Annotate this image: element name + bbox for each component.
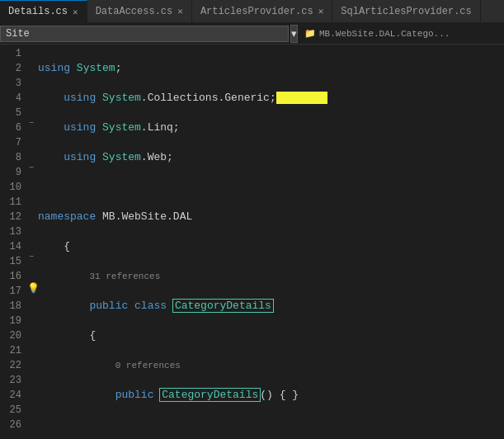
code-line-7: { [38, 239, 504, 254]
code-line-4: using System.Web; [38, 150, 504, 165]
tab-dataaccess-label: DataAccess.cs [96, 6, 173, 17]
collapse-icon-namespace[interactable]: − [26, 119, 36, 128]
tab-articlesprovider-label: ArticlesProvider.cs [200, 6, 313, 17]
tab-dataaccess[interactable]: DataAccess.cs ✕ [87, 0, 192, 23]
tab-bar: Details.cs ✕ DataAccess.cs ✕ ArticlesPro… [0, 0, 504, 23]
tab-sqlarticles-label: SqlArticlesProvider.cs [341, 6, 471, 17]
tab-sqlarticles[interactable]: SqlArticlesProvider.cs [332, 0, 480, 23]
code-line-6: namespace MB.WebSite.DAL [38, 210, 504, 224]
code-line-3: using System.Linq; [38, 120, 504, 135]
tab-articlesprovider[interactable]: ArticlesProvider.cs ✕ [192, 0, 332, 23]
code-line-1: using System; [38, 61, 504, 76]
collapse-icon-class[interactable]: − [26, 163, 36, 172]
folder-icon: 📁 [304, 28, 316, 39]
collapse-icon-constructor[interactable]: − [26, 253, 36, 262]
close-icon[interactable]: ✕ [318, 6, 324, 17]
tab-details-label: Details.cs [8, 6, 68, 17]
code-line-11: 0 references [38, 358, 504, 373]
code-editor[interactable]: using System; using System.Collections.G… [38, 45, 504, 439]
search-input[interactable] [0, 26, 289, 42]
code-line-9: public class CategoryDetails [38, 299, 504, 314]
code-area: 1 2 3 4 5 6 7 8 9 10 11 12 13 14 15 16 1… [0, 45, 504, 439]
nav-path: MB.WebSite.DAL.Catego... [319, 29, 450, 39]
close-icon[interactable]: ✕ [177, 6, 183, 17]
line-numbers: 1 2 3 4 5 6 7 8 9 10 11 12 13 14 15 16 1… [0, 45, 26, 439]
gutter: − − − 💡 [26, 45, 38, 439]
lightbulb-icon[interactable]: 💡 [27, 282, 40, 295]
search-dropdown-button[interactable]: ▾ [290, 25, 298, 43]
code-line-12: public CategoryDetails() { } [38, 388, 504, 403]
nav-label: 📁 MB.WebSite.DAL.Catego... [304, 28, 450, 39]
code-line-10: { [38, 328, 504, 343]
search-bar: ▾ 📁 MB.WebSite.DAL.Catego... [0, 23, 504, 45]
code-line-8: 31 references [38, 269, 504, 284]
tab-details[interactable]: Details.cs ✕ [0, 0, 87, 23]
code-line-5 [38, 180, 504, 195]
code-line-13 [38, 418, 504, 432]
code-line-2: using System.Collections.Generic; [38, 91, 504, 106]
close-icon[interactable]: ✕ [73, 7, 78, 17]
